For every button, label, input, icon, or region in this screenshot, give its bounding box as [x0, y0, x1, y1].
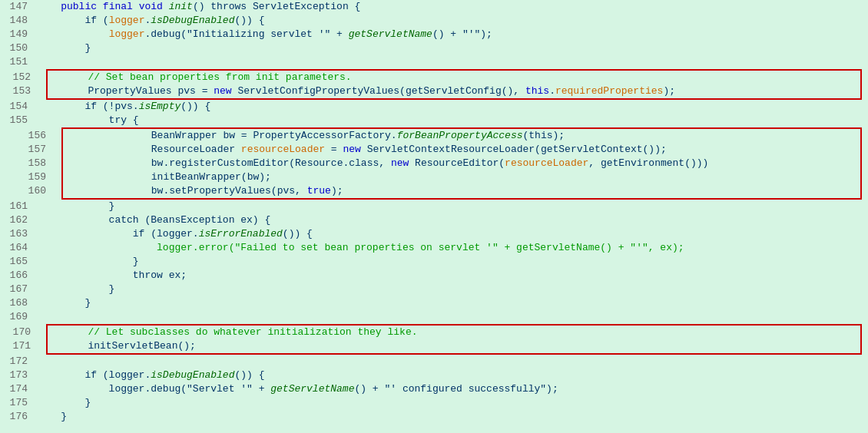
- code-line-172: 172: [0, 355, 868, 369]
- line-content-166: throw ex;: [37, 269, 868, 283]
- line-content-165: }: [37, 255, 868, 269]
- code-line-163: 163 if (logger.isErrorEnabled()) {: [0, 227, 868, 241]
- line-num-149: 149: [0, 28, 37, 41]
- line-content-158: bw.registerCustomEditor(Resource.class, …: [55, 157, 859, 170]
- line-content-155: try {: [37, 114, 868, 127]
- line-content-171: initServletBean();: [40, 339, 859, 353]
- code-line-156: 156 BeanWrapper bw = PropertyAccessorFac…: [65, 129, 859, 143]
- code-line-174: 174 logger.debug("Servlet '" + getServle…: [0, 382, 868, 396]
- line-num-158: 158: [3, 157, 55, 170]
- code-line-175: 175 }: [0, 396, 868, 410]
- code-line-151: 151: [0, 55, 868, 69]
- code-line-167: 167 }: [0, 283, 868, 296]
- line-content-176: }: [37, 410, 868, 424]
- code-line-165: 165 }: [0, 255, 868, 269]
- line-content-170: // Let subclasses do whatever initializa…: [40, 326, 859, 339]
- line-num-151: 151: [0, 55, 37, 69]
- code-line-176: 176 }: [0, 410, 868, 424]
- line-content-149: logger.debug("Initializing servlet '" + …: [37, 28, 868, 41]
- code-line-159: 159 initBeanWrapper(bw);: [65, 170, 859, 184]
- line-num-159: 159: [3, 170, 55, 184]
- line-num-175: 175: [0, 396, 37, 410]
- line-num-157: 157: [3, 143, 55, 157]
- line-num-161: 161: [0, 200, 37, 213]
- code-line-157: 157 ResourceLoader resourceLoader = new …: [65, 143, 859, 157]
- red-box-156-160: 156 BeanWrapper bw = PropertyAccessorFac…: [61, 127, 862, 200]
- code-line-153: 153 PropertyValues pvs = new ServletConf…: [49, 84, 859, 98]
- line-content-161: }: [37, 200, 868, 213]
- line-num-174: 174: [0, 382, 37, 396]
- line-num-165: 165: [0, 255, 37, 269]
- line-num-153: 153: [3, 84, 40, 98]
- code-line-160: 160 bw.setPropertyValues(pvs, true);: [65, 184, 859, 198]
- line-num-148: 148: [0, 14, 37, 28]
- line-num-156: 156: [3, 129, 55, 143]
- line-num-166: 166: [0, 269, 37, 283]
- code-line-169: 169: [0, 310, 868, 324]
- line-num-163: 163: [0, 227, 37, 241]
- line-num-171: 171: [3, 339, 40, 353]
- line-num-164: 164: [0, 241, 37, 255]
- code-line-150: 150 }: [0, 41, 868, 55]
- code-line-168: 168 }: [0, 296, 868, 310]
- line-num-154: 154: [0, 100, 37, 114]
- line-content-168: }: [37, 296, 868, 310]
- code-line-166: 166 throw ex;: [0, 269, 868, 283]
- code-line-149: 149 logger.debug("Initializing servlet '…: [0, 28, 868, 41]
- code-line-162: 162 catch (BeansException ex) {: [0, 213, 868, 227]
- code-line-170: 170 // Let subclasses do whatever initia…: [49, 326, 859, 339]
- code-line-155: 155 try {: [0, 114, 868, 127]
- code-line-148: 148 if (logger.isDebugEnabled()) {: [0, 14, 868, 28]
- code-line-154: 154 if (!pvs.isEmpty()) {: [0, 100, 868, 114]
- line-content-167: }: [37, 283, 868, 296]
- code-line-158: 158 bw.registerCustomEditor(Resource.cla…: [65, 157, 859, 170]
- line-num-169: 169: [0, 310, 37, 324]
- line-content-162: catch (BeansException ex) {: [37, 213, 868, 227]
- line-num-147: 147: [0, 0, 37, 14]
- line-content-159: initBeanWrapper(bw);: [55, 170, 859, 184]
- line-content-174: logger.debug("Servlet '" + getServletNam…: [37, 382, 868, 396]
- line-content-160: bw.setPropertyValues(pvs, true);: [55, 184, 859, 198]
- line-num-150: 150: [0, 41, 37, 55]
- red-box-170-171: 170 // Let subclasses do whatever initia…: [46, 324, 862, 355]
- code-line-161: 161 }: [0, 200, 868, 213]
- line-content-164: logger.error("Failed to set bean propert…: [37, 241, 868, 255]
- code-line-173: 173 if (logger.isDebugEnabled()) {: [0, 369, 868, 382]
- line-content-163: if (logger.isErrorEnabled()) {: [37, 227, 868, 241]
- line-content-173: if (logger.isDebugEnabled()) {: [37, 369, 868, 382]
- line-num-172: 172: [0, 355, 37, 369]
- box-region-156-160: 156 BeanWrapper bw = PropertyAccessorFac…: [0, 127, 868, 200]
- line-content-153: PropertyValues pvs = new ServletConfigPr…: [40, 84, 859, 98]
- line-num-168: 168: [0, 296, 37, 310]
- code-line-147: 147 public final void init() throws Serv…: [0, 0, 868, 14]
- line-content-157: ResourceLoader resourceLoader = new Serv…: [55, 143, 859, 157]
- red-box-152-153: 152 // Set bean properties from init par…: [46, 69, 862, 100]
- code-line-171: 171 initServletBean();: [49, 339, 859, 353]
- line-content-148: if (logger.isDebugEnabled()) {: [37, 14, 868, 28]
- line-content-156: BeanWrapper bw = PropertyAccessorFactory…: [55, 129, 859, 143]
- box-region-152-153: 152 // Set bean properties from init par…: [0, 69, 868, 100]
- line-num-176: 176: [0, 410, 37, 424]
- line-content-154: if (!pvs.isEmpty()) {: [37, 100, 868, 114]
- line-content-152: // Set bean properties from init paramet…: [40, 71, 859, 84]
- line-num-160: 160: [3, 184, 55, 198]
- line-content-147: public final void init() throws ServletE…: [37, 0, 868, 14]
- line-content-150: }: [37, 41, 868, 55]
- code-line-152: 152 // Set bean properties from init par…: [49, 71, 859, 84]
- line-content-175: }: [37, 396, 868, 410]
- line-num-167: 167: [0, 283, 37, 296]
- code-editor: 147 public final void init() throws Serv…: [0, 0, 868, 433]
- line-num-170: 170: [3, 326, 40, 339]
- code-line-164: 164 logger.error("Failed to set bean pro…: [0, 241, 868, 255]
- line-num-162: 162: [0, 213, 37, 227]
- line-num-155: 155: [0, 114, 37, 127]
- line-num-152: 152: [3, 71, 40, 84]
- box-region-170-171: 170 // Let subclasses do whatever initia…: [0, 324, 868, 355]
- line-num-173: 173: [0, 369, 37, 382]
